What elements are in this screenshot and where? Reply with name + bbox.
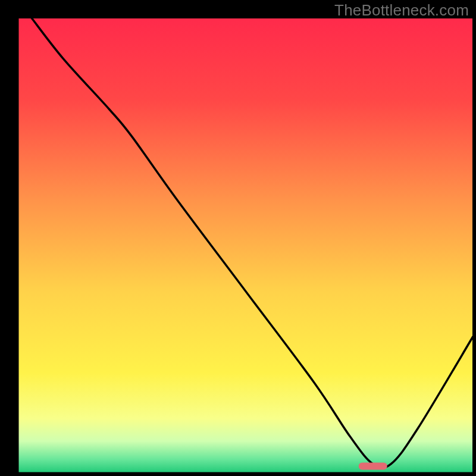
chart-svg — [0, 0, 476, 476]
watermark-text: TheBottleneck.com — [334, 1, 469, 20]
optimal-marker — [359, 463, 387, 470]
plot-background — [18, 18, 473, 473]
chart-canvas: TheBottleneck.com — [0, 0, 476, 476]
